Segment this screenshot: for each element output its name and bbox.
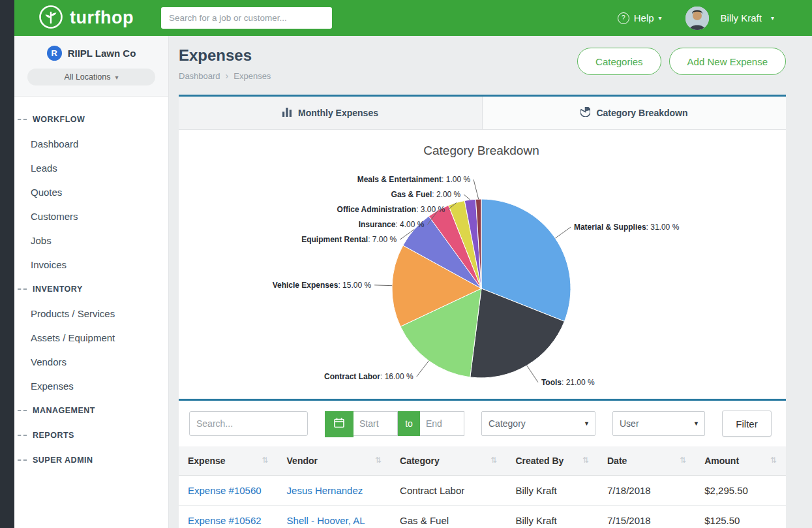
filter-toolbar: to Category ▼ User ▼ Filter: [179, 401, 786, 446]
sort-icon[interactable]: ⇅: [770, 456, 777, 465]
sidebar-item-dashboard[interactable]: Dashboard: [14, 132, 168, 156]
help-label: Help: [634, 12, 654, 23]
category-cell: Gas & Fuel: [391, 506, 506, 528]
col-vendor[interactable]: Vendor⇅: [278, 446, 391, 476]
sidebar-item-leads[interactable]: Leads: [14, 156, 168, 180]
expense-search-input[interactable]: [189, 411, 308, 436]
sort-icon[interactable]: ⇅: [582, 456, 589, 465]
date-cell: 7/15/2018: [598, 506, 695, 528]
expenses-table: Expense⇅ Vendor⇅ Category⇅ Created By⇅ D…: [179, 446, 786, 528]
breadcrumb-dashboard[interactable]: Dashboard: [179, 71, 220, 81]
section-reports[interactable]: REPORTS: [14, 423, 168, 448]
svg-text:Office Administration: 3.00 %: Office Administration: 3.00 %: [337, 205, 445, 214]
brand-name: turfhop: [70, 8, 134, 28]
table-header-row: Expense⇅ Vendor⇅ Category⇅ Created By⇅ D…: [179, 446, 786, 476]
company-logo: R: [47, 46, 62, 61]
tab-category-label: Category Breakdown: [596, 108, 687, 118]
pie-chart-icon: [580, 107, 590, 119]
svg-text:Meals & Entertainment: 1.00 %: Meals & Entertainment: 1.00 %: [357, 175, 471, 184]
company-header: R RIIPL Lawn Co All Locations ▾: [14, 36, 168, 97]
end-date-input[interactable]: [420, 411, 464, 436]
brand-logo[interactable]: turfhop: [38, 4, 134, 33]
col-expense[interactable]: Expense⇅: [179, 446, 278, 476]
sort-icon[interactable]: ⇅: [490, 456, 497, 465]
svg-text:Insurance: 4.00 %: Insurance: 4.00 %: [359, 220, 425, 229]
sidebar-nav: WORKFLOW Dashboard Leads Quotes Customer…: [14, 97, 168, 473]
col-category[interactable]: Category⇅: [391, 446, 506, 476]
amount-cell: $2,295.50: [695, 476, 786, 506]
sidebar-item-invoices[interactable]: Invoices: [14, 253, 168, 277]
expense-tabs: Monthly Expenses Category Breakdown: [179, 95, 786, 130]
tab-monthly-expenses[interactable]: Monthly Expenses: [179, 97, 483, 129]
sidebar-item-jobs[interactable]: Jobs: [14, 228, 168, 253]
sort-icon[interactable]: ⇅: [262, 456, 268, 465]
col-created-by[interactable]: Created By⇅: [506, 446, 598, 476]
bar-chart-icon: [282, 108, 292, 119]
category-breakdown-chart-card: Category BreakdownMaterial & Supplies: 3…: [179, 130, 786, 399]
sidebar-item-assets-equipment[interactable]: Assets / Equipment: [14, 326, 168, 350]
section-dash-icon: [18, 435, 27, 436]
created-by-cell: Billy Kraft: [506, 476, 598, 506]
svg-text:Category Breakdown: Category Breakdown: [423, 144, 539, 157]
svg-text:Contract Labor: 16.00 %: Contract Labor: 16.00 %: [324, 372, 414, 381]
user-select[interactable]: User: [612, 411, 705, 436]
calendar-button[interactable]: [325, 411, 353, 437]
add-new-expense-button[interactable]: Add New Expense: [669, 48, 786, 75]
sort-icon[interactable]: ⇅: [375, 456, 382, 465]
section-dash-icon: [18, 410, 27, 411]
user-avatar[interactable]: [685, 7, 709, 30]
sidebar: R RIIPL Lawn Co All Locations ▾ WORKFLOW…: [14, 36, 169, 528]
main-content: Expenses Dashboard › Expenses Categories…: [168, 36, 812, 528]
chevron-down-icon: ▾: [659, 14, 662, 22]
table-row: Expense #10562 Shell - Hoover, AL Gas & …: [179, 506, 786, 528]
date-range-picker: to: [325, 411, 464, 436]
expense-list-card: to Category ▼ User ▼ Filter Expense⇅: [179, 399, 786, 528]
sidebar-item-expenses[interactable]: Expenses: [14, 374, 168, 398]
chevron-down-icon: ▾: [115, 74, 118, 81]
section-dash-icon: [18, 288, 27, 290]
breadcrumb-current: Expenses: [233, 71, 271, 81]
category-select[interactable]: Category: [481, 411, 595, 436]
col-date[interactable]: Date⇅: [598, 446, 695, 476]
user-menu[interactable]: Billy Kraft: [721, 12, 762, 23]
breadcrumb: Dashboard › Expenses: [179, 70, 271, 81]
sidebar-item-quotes[interactable]: Quotes: [14, 180, 168, 204]
section-super-admin[interactable]: SUPER ADMIN: [14, 448, 168, 473]
section-management[interactable]: MANAGEMENT: [14, 398, 168, 423]
filter-button[interactable]: Filter: [722, 411, 772, 437]
expense-link[interactable]: Expense #10560: [188, 485, 262, 496]
vendor-link[interactable]: Jesus Hernandez: [287, 485, 363, 496]
sidebar-item-products-services[interactable]: Products / Services: [14, 302, 168, 326]
sidebar-item-customers[interactable]: Customers: [14, 204, 168, 228]
global-search-input[interactable]: [161, 7, 332, 29]
date-range-to-label: to: [398, 411, 420, 436]
categories-button[interactable]: Categories: [577, 48, 661, 75]
section-workflow: WORKFLOW: [14, 107, 168, 132]
category-pie-chart: Category BreakdownMaterial & Supplies: 3…: [179, 130, 786, 399]
svg-text:Material & Supplies: 31.00 %: Material & Supplies: 31.00 %: [574, 223, 680, 232]
help-menu[interactable]: ? Help ▾: [618, 12, 662, 24]
expense-link[interactable]: Expense #10562: [188, 515, 262, 526]
svg-text:Gas & Fuel: 2.00 %: Gas & Fuel: 2.00 %: [391, 190, 461, 199]
tab-monthly-label: Monthly Expenses: [298, 108, 378, 118]
sidebar-item-vendors[interactable]: Vendors: [14, 350, 168, 374]
calendar-icon: [334, 418, 344, 431]
location-selector-label: All Locations: [65, 72, 111, 82]
col-amount[interactable]: Amount⇅: [695, 446, 786, 476]
turfhop-sprout-icon: [38, 4, 64, 33]
sort-icon[interactable]: ⇅: [680, 456, 686, 465]
start-date-input[interactable]: [353, 411, 398, 436]
tab-category-breakdown[interactable]: Category Breakdown: [483, 97, 786, 129]
help-icon: ?: [618, 12, 629, 24]
svg-text:Vehicle Expenses: 15.00 %: Vehicle Expenses: 15.00 %: [273, 281, 372, 290]
location-selector[interactable]: All Locations ▾: [27, 69, 155, 85]
left-edge-strip: [0, 0, 14, 528]
amount-cell: $125.50: [695, 506, 786, 528]
category-cell: Contract Labor: [391, 476, 506, 506]
top-navbar: turfhop ? Help ▾ Billy Kraft ▾: [14, 0, 812, 36]
svg-text:Equipment Rental: 7.00 %: Equipment Rental: 7.00 %: [301, 235, 397, 244]
date-cell: 7/18/2018: [598, 476, 695, 506]
vendor-link[interactable]: Shell - Hoover, AL: [287, 515, 365, 526]
breadcrumb-separator: ›: [226, 70, 229, 81]
page-title: Expenses: [179, 46, 271, 65]
